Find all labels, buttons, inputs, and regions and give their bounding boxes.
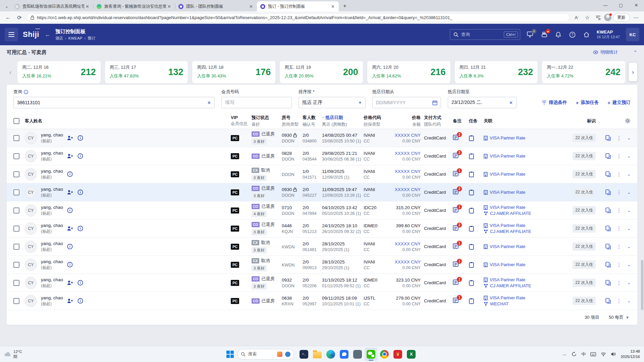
preferences-badge[interactable]: 3 喜好	[252, 247, 267, 253]
price[interactable]: 399.60 CNY	[393, 223, 421, 228]
taskbar-clock[interactable]: 13:48 2025/12/16	[621, 349, 640, 359]
info-icon[interactable]	[67, 244, 73, 249]
row-checkbox[interactable]	[13, 171, 19, 177]
browser-tab[interactable]: 团队 - 团队控制面板 ✕	[175, 1, 257, 11]
tab-close-icon[interactable]: ✕	[84, 4, 91, 9]
task-clipboard-icon[interactable]	[469, 262, 474, 268]
taskbar-search-input[interactable]: 搜索	[237, 349, 294, 360]
row-expand-chevron-icon[interactable]: ⌄	[627, 172, 631, 177]
availability-card[interactable]: 周日, 12月 21 入住率 8.3% 232	[455, 61, 538, 83]
page-size-select[interactable]: 50 每页 ▼	[609, 314, 629, 320]
col-guests[interactable]: 客人数	[303, 115, 322, 121]
header-back-icon[interactable]: ←	[45, 31, 51, 38]
copy-icon[interactable]	[605, 135, 611, 141]
wechat-icon[interactable]	[365, 348, 377, 361]
notes-icon[interactable]: 2	[453, 189, 459, 195]
info-icon[interactable]	[67, 171, 73, 177]
row-checkbox[interactable]	[13, 244, 19, 250]
preferences-badge[interactable]: 3 喜好	[252, 283, 267, 290]
row-expand-chevron-icon[interactable]: ⌄	[627, 244, 631, 249]
address-bar[interactable]: https://cn1.web.ep.shiji.world/individua…	[26, 13, 570, 22]
add-contact-icon[interactable]	[67, 190, 73, 195]
file-explorer-icon[interactable]	[311, 348, 324, 361]
task-clipboard-icon[interactable]	[469, 244, 474, 250]
availability-card[interactable]: 周四, 12月 18 入住率 30.43% 176	[192, 61, 275, 83]
guest-name-block[interactable]: yang, chao (杨超)	[41, 205, 63, 216]
tab-close-icon[interactable]: ✕	[330, 4, 336, 9]
notes-icon[interactable]: 1	[453, 261, 459, 267]
guest-name-block[interactable]: yang, chao (杨超)	[41, 295, 63, 307]
col-rate-code[interactable]: 价格代码	[364, 115, 393, 121]
col-payment[interactable]: 支付方式	[424, 115, 453, 121]
minimize-button[interactable]: —	[598, 0, 613, 10]
user-avatar[interactable]: KC	[626, 28, 639, 41]
guest-name-block[interactable]: yang, chao (杨超)	[41, 132, 63, 144]
start-button[interactable]	[226, 351, 234, 358]
calculator-icon[interactable]	[351, 348, 364, 361]
table-row[interactable]: CY yang, chao (杨超) PC CO 已退房 0638 KRXN 2…	[7, 292, 637, 310]
sort-select[interactable]: 抵店 正序 ▼	[299, 97, 366, 108]
guest-name-block[interactable]: yang, chao (杨超)	[41, 169, 63, 180]
table-row[interactable]: CY yang, chao (杨超) PC CO 已退房 3 喜好 0930 D…	[7, 183, 637, 201]
info-icon[interactable]	[67, 262, 73, 267]
add-contact-icon[interactable]	[67, 135, 73, 140]
table-row[interactable]: CY yang, chao (杨超) PC CO 已退房 4 喜好 0710 D…	[7, 201, 637, 220]
table-row[interactable]: CY yang, chao (杨超) PC CX 取消 3 喜好 KWDN 2/…	[7, 238, 637, 256]
tab-close-icon[interactable]: ✕	[166, 4, 172, 9]
taskbar-weather[interactable]: 12°C阴	[4, 349, 22, 359]
row-menu-icon[interactable]: ⋮	[616, 207, 622, 214]
col-tasks[interactable]: 任务	[469, 118, 484, 124]
col-price[interactable]: 价格	[393, 115, 421, 121]
tab-search-chevron-icon[interactable]: ⌄	[2, 2, 11, 11]
row-checkbox[interactable]	[13, 207, 19, 214]
price[interactable]: XXXXX CNY	[393, 187, 421, 192]
collapse-availability-icon[interactable]: ⌃	[633, 50, 637, 55]
row-expand-chevron-icon[interactable]: ⌄	[627, 226, 631, 231]
table-row[interactable]: CY yang, chao (杨超) PC CX 取消 3 喜好 DOON 1/…	[7, 165, 637, 183]
related-link[interactable]: VISA Partner Rate	[484, 190, 564, 195]
tab-close-icon[interactable]: ✕	[248, 4, 254, 9]
back-icon[interactable]: ←	[3, 13, 13, 22]
network-icon[interactable]	[601, 352, 606, 356]
row-checkbox[interactable]	[13, 226, 19, 232]
preferences-badge[interactable]: 3 喜好	[252, 138, 267, 145]
home-icon[interactable]	[583, 31, 591, 39]
row-expand-chevron-icon[interactable]: ⌄	[627, 208, 631, 213]
row-expand-chevron-icon[interactable]: ⌄	[627, 136, 631, 140]
refresh-icon[interactable]: ⟳	[15, 13, 24, 22]
info-icon[interactable]	[77, 280, 83, 286]
detail-statistics-link[interactable]: 明细统计	[593, 49, 618, 55]
info-icon[interactable]	[77, 189, 83, 195]
scrollbar-thumb[interactable]	[641, 260, 643, 310]
close-window-button[interactable]: ✕	[629, 0, 644, 10]
copy-icon[interactable]	[605, 280, 611, 286]
related-link[interactable]: VISA Partner Rate	[484, 262, 564, 267]
chrome-icon[interactable]	[378, 348, 391, 361]
row-expand-chevron-icon[interactable]: ⌄	[627, 281, 631, 285]
related-link[interactable]: WECHAT	[484, 301, 564, 306]
row-checkbox[interactable]	[13, 298, 19, 304]
copy-icon[interactable]	[605, 207, 611, 213]
related-link[interactable]: VISA Partner Rate	[484, 154, 564, 159]
task-clipboard-icon[interactable]	[469, 207, 474, 214]
workstation-status-icon[interactable]: x	[526, 31, 534, 39]
related-link[interactable]: VISA Partner Rate	[484, 295, 564, 300]
row-checkbox[interactable]	[13, 153, 19, 159]
guest-name-block[interactable]: yang, chao (杨超)	[41, 277, 63, 289]
copy-icon[interactable]	[605, 244, 611, 249]
row-expand-chevron-icon[interactable]: ⌄	[627, 190, 631, 195]
availability-card[interactable]: 周二, 12月 16 入住率 16.21% 212	[17, 61, 101, 83]
copy-icon[interactable]	[605, 189, 611, 195]
task-clipboard-icon[interactable]	[469, 280, 474, 286]
task-clipboard-icon[interactable]	[469, 153, 474, 159]
select-all-checkbox[interactable]	[13, 118, 19, 124]
related-link[interactable]: VISA Partner Rate	[484, 172, 564, 177]
browser-update-button[interactable]: 更新	[613, 13, 630, 22]
table-row[interactable]: CY yang, chao (杨超) PC CO 已退房 3 喜好 0932 D…	[7, 274, 637, 292]
price[interactable]: XXXXX CNY	[393, 259, 421, 264]
breadcrumb-hotel[interactable]: 酒店	[55, 36, 63, 41]
row-checkbox[interactable]	[13, 189, 19, 195]
row-menu-icon[interactable]: ⋮	[616, 262, 622, 268]
terminal-icon[interactable]: >_	[298, 348, 310, 361]
guest-name-block[interactable]: yang, chao (杨超)	[41, 223, 63, 234]
